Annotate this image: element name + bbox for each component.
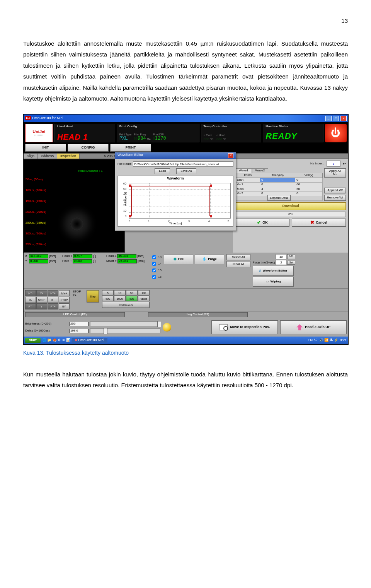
waveform-chart: Waveform voltage [v] Time [µs] 60 50 40 … bbox=[117, 176, 233, 227]
arrow-up-icon bbox=[296, 324, 303, 330]
noz-16[interactable] bbox=[152, 275, 156, 279]
camera-view: Head Distance : 1 50us, (50us) 100us, (1… bbox=[24, 159, 125, 253]
droplet-blob bbox=[70, 217, 83, 231]
header-strip: UniJet :::::::: Used Head HEAD 1 Print C… bbox=[24, 122, 348, 144]
close-icon[interactable]: × bbox=[340, 116, 347, 121]
noz-15[interactable] bbox=[152, 268, 156, 272]
cancel-icon: ✖ bbox=[310, 220, 314, 225]
tab-wave2[interactable]: Wave2 bbox=[252, 168, 269, 173]
set-button-2[interactable]: Set bbox=[287, 261, 295, 265]
ht-minus-button[interactable]: HT- bbox=[25, 290, 36, 296]
purge-button[interactable]: 💧Purge bbox=[195, 254, 224, 264]
pt-minus-button[interactable]: PT- bbox=[25, 303, 36, 309]
tab-address[interactable]: Address bbox=[38, 154, 57, 159]
remove-wf-button[interactable]: Remove Wf bbox=[324, 195, 346, 201]
tab-align[interactable]: Align bbox=[24, 154, 38, 159]
noz-13[interactable] bbox=[152, 255, 156, 259]
maximize-icon[interactable]: □ bbox=[333, 116, 339, 121]
step-5[interactable]: 5 bbox=[102, 290, 114, 296]
paragraph-1: Tulostuskoe aloitettiin annostelemalla m… bbox=[23, 38, 348, 104]
ht-plus-button[interactable]: HT+ bbox=[48, 290, 58, 296]
temp-panel: Temp Controller ○ Plate888 °C ○ Head888 … bbox=[201, 124, 262, 142]
bright-input[interactable]: 255 bbox=[69, 322, 88, 326]
purgetime-input[interactable] bbox=[276, 260, 286, 265]
wfe-button[interactable]: ⎍Waveform Editor bbox=[253, 266, 294, 276]
config-button[interactable]: CONFIG bbox=[68, 144, 109, 152]
tab-inspection[interactable]: Inspection bbox=[57, 154, 80, 159]
start-button[interactable]: start bbox=[25, 338, 41, 343]
wave-params-panel: Nz Index : ▴▾ Wave1 Wave2 ItemsTime(us)V… bbox=[233, 159, 348, 253]
ok-button[interactable]: ✔OK bbox=[235, 219, 289, 227]
step-100[interactable]: 100 bbox=[138, 290, 150, 296]
unijet-logo: UniJet :::::::: bbox=[25, 124, 53, 142]
wipe-icon: ▭ bbox=[266, 280, 269, 284]
step-10[interactable]: 10 bbox=[114, 290, 126, 296]
used-head-value: HEAD 1 bbox=[57, 133, 112, 141]
figure-caption: Kuva 13. Tulostuksessa käytetty aaltomuo… bbox=[23, 348, 348, 358]
head-z-up-button[interactable]: Head Z-axis UP bbox=[280, 320, 347, 334]
stop-button-2[interactable]: STOP bbox=[59, 297, 70, 303]
app-screenshot: UJ OmniJet100 for Mini _ □ × UniJet ::::… bbox=[23, 114, 349, 345]
step-value[interactable]: Value bbox=[138, 296, 150, 301]
taskbar: start 🌐 📁 🦊 ⚙ 🖥 📊 ■ OmniJet100 Mini EN 🛡… bbox=[24, 337, 348, 344]
task-item[interactable]: ■ OmniJet100 Mini bbox=[72, 338, 107, 343]
waveform-editor-window[interactable]: Waveform Editor × File Name Load Save As… bbox=[115, 152, 236, 231]
y-minus-button[interactable]: Y- bbox=[36, 303, 47, 309]
noz-14[interactable] bbox=[152, 262, 156, 266]
stop-button-1[interactable]: STOP bbox=[36, 297, 47, 303]
step-1000[interactable]: 1000 bbox=[114, 296, 126, 301]
step-508[interactable]: 508 bbox=[126, 296, 138, 301]
nzindex-spinner[interactable]: ▴▾ bbox=[343, 162, 346, 166]
delay-input[interactable]: 198.6 bbox=[69, 329, 88, 333]
filename-input[interactable] bbox=[133, 161, 233, 167]
bright-slider[interactable] bbox=[90, 321, 160, 326]
my-minus-button[interactable]: MY- bbox=[59, 303, 70, 309]
page-number: 13 bbox=[23, 15, 348, 27]
pt-plus-button[interactable]: PT+ bbox=[48, 303, 58, 309]
step-button[interactable]: Step bbox=[87, 290, 99, 303]
inspection-icon bbox=[219, 324, 228, 330]
z-plus-button[interactable]: Z+ bbox=[73, 294, 83, 297]
apply-all-button[interactable]: Apply All Nz bbox=[324, 168, 346, 178]
y-plus-button[interactable]: Y+ bbox=[36, 290, 47, 296]
continuous-button[interactable]: Continuous bbox=[102, 302, 150, 308]
step-500[interactable]: 500 bbox=[102, 296, 114, 301]
jog-pad: HT- Y+ HT+ MY+ X- STOP X+ STOP PT- Y- PT… bbox=[25, 290, 70, 309]
print-config-panel: Print Config Print TypePXL Print Freq.88… bbox=[117, 124, 199, 142]
fire-button[interactable]: ◉Fire bbox=[164, 254, 193, 264]
wf-close-icon[interactable]: × bbox=[228, 153, 233, 158]
clear-all-button[interactable]: Clear All bbox=[226, 261, 250, 267]
wiping-button[interactable]: ▭Wiping bbox=[253, 277, 294, 287]
step-50[interactable]: 50 bbox=[126, 290, 138, 296]
x-minus-button[interactable]: X- bbox=[25, 297, 36, 303]
progress-bar: 0% bbox=[235, 212, 346, 217]
load-button[interactable]: Load bbox=[155, 168, 170, 174]
append-wf-button[interactable]: Append Wf bbox=[324, 188, 346, 193]
init-button[interactable]: INIT bbox=[25, 144, 66, 152]
print-button[interactable]: PRINT bbox=[110, 144, 151, 152]
nzindex-input[interactable] bbox=[327, 161, 340, 167]
download-button[interactable]: Download bbox=[235, 202, 346, 210]
drop-icon: 💧 bbox=[202, 257, 206, 261]
used-head-panel: Used Head HEAD 1 bbox=[54, 124, 115, 142]
fire-icon: ◉ bbox=[174, 257, 177, 261]
x-plus-button[interactable]: X+ bbox=[48, 297, 58, 303]
top-num-input[interactable] bbox=[276, 254, 286, 259]
bulb-icon bbox=[163, 323, 171, 332]
wave-table[interactable]: ItemsTime(us)Volt(v) Start00 Var1060 Mai… bbox=[235, 173, 323, 201]
window-title: OmniJet100 for Mini bbox=[32, 116, 63, 120]
lower-controls: X417.462[mm] Y0.000[mm] Head T0.407[˚] P… bbox=[24, 253, 348, 288]
select-all-button[interactable]: Select All bbox=[226, 254, 250, 260]
tab-wave1[interactable]: Wave1 bbox=[235, 168, 252, 173]
power-button[interactable]: ⏻ bbox=[325, 124, 347, 142]
saveas-button[interactable]: Save As bbox=[176, 168, 196, 174]
led-row: Brightness (0~255) 255 Delay (0~1000us) … bbox=[24, 318, 348, 337]
cancel-button[interactable]: ✖Cancel bbox=[292, 219, 346, 227]
expand-button[interactable]: Expand Data bbox=[267, 195, 291, 201]
check-icon: ✔ bbox=[257, 220, 261, 225]
set-button-1[interactable]: Set bbox=[287, 254, 295, 259]
move-inspection-button[interactable]: Move to Inspection Pos. bbox=[211, 320, 278, 334]
delay-slider[interactable] bbox=[90, 328, 160, 333]
my-plus-button[interactable]: MY+ bbox=[59, 290, 70, 296]
minimize-icon[interactable]: _ bbox=[325, 116, 332, 121]
